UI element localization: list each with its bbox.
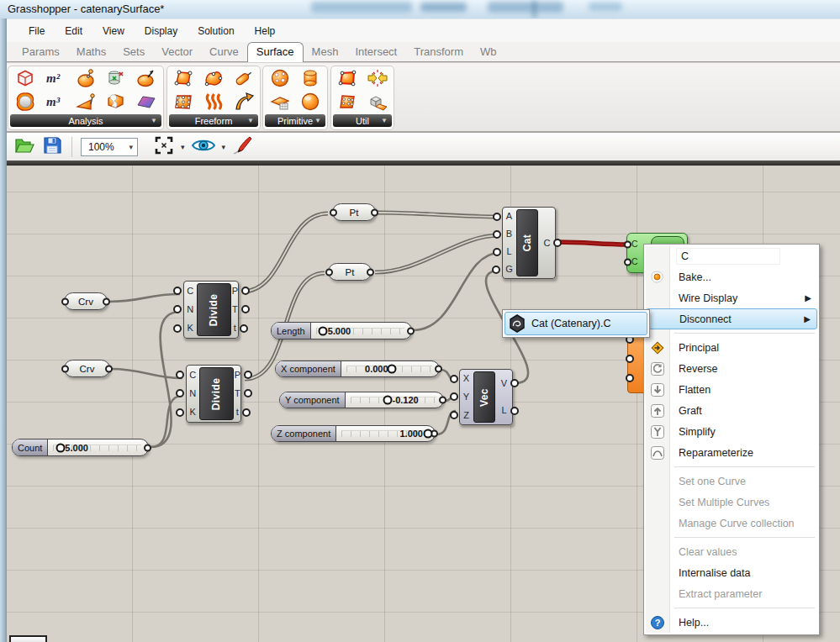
save-file-icon[interactable]: [41, 134, 63, 160]
slider-knob[interactable]: [318, 326, 327, 335]
vector-xyz-component[interactable]: X Y Z Vec V L: [459, 369, 513, 425]
tab-wb[interactable]: Wb: [472, 43, 505, 61]
surface-from-points-icon[interactable]: [168, 90, 198, 113]
menu-item-extract-parameter[interactable]: Extract parameter: [646, 583, 817, 604]
sketch-pen-icon[interactable]: [231, 134, 253, 160]
menu-item-clear-values[interactable]: Clear values: [646, 541, 817, 562]
input-port-C[interactable]: C: [187, 287, 193, 296]
length-slider[interactable]: Length 5.000: [271, 322, 412, 339]
menu-item-internalise-data[interactable]: Internalise data: [646, 562, 817, 583]
cylinder-icon[interactable]: [295, 66, 325, 90]
surface-closest-point-icon[interactable]: [71, 66, 101, 90]
tab-intersect[interactable]: Intersect: [346, 43, 405, 61]
slider-track[interactable]: 5.000: [311, 323, 411, 339]
output-port-T[interactable]: T: [235, 389, 240, 398]
volume-icon[interactable]: m³: [40, 90, 71, 113]
slider-track[interactable]: 5.000: [48, 439, 148, 455]
cat-core[interactable]: Cat: [516, 209, 538, 276]
input-port-X[interactable]: X: [463, 374, 469, 383]
menu-item-flatten[interactable]: Flatten: [646, 379, 817, 400]
input-port-N[interactable]: N: [187, 305, 193, 314]
y-component-slider[interactable]: Y component -0.120: [279, 392, 444, 408]
submenu-item-cat-catenary-c[interactable]: Cat (Catenary).C: [505, 312, 647, 335]
count-slider[interactable]: Count 5.000: [12, 439, 149, 456]
input-port-C[interactable]: C: [189, 371, 196, 380]
menu-edit[interactable]: Edit: [55, 21, 92, 41]
surface-4point-icon[interactable]: [168, 66, 198, 90]
curve-param-2[interactable]: Crv: [64, 360, 110, 377]
box-corners-icon[interactable]: [10, 66, 40, 90]
divide-surface-icon[interactable]: [332, 90, 362, 113]
slider-knob[interactable]: [383, 396, 392, 405]
input-port-G[interactable]: G: [505, 265, 513, 274]
title-bar[interactable]: Grasshopper - catenarySurface*: [0, 0, 840, 18]
divide1-core[interactable]: Divide: [197, 283, 230, 336]
deconstruct-brep-icon[interactable]: [71, 90, 101, 113]
unroll-icon[interactable]: [362, 90, 393, 113]
menu-item-principal[interactable]: Principal: [646, 337, 817, 358]
output-port-T[interactable]: T: [232, 305, 238, 314]
input-port-L[interactable]: L: [506, 247, 511, 256]
menu-item-manage-curve-collection[interactable]: Manage Curve collection: [646, 513, 817, 534]
shape-in-brep-icon[interactable]: [101, 90, 131, 113]
zoom-extents-icon[interactable]: [153, 134, 175, 160]
menu-item-disconnect[interactable]: Disconnect ▶: [646, 308, 817, 329]
plane-surface-icon[interactable]: [265, 90, 295, 113]
input-port-Y[interactable]: Y: [463, 392, 469, 402]
tab-mesh[interactable]: Mesh: [304, 43, 347, 61]
combo-caret-icon[interactable]: ▾: [124, 143, 137, 151]
tab-maths[interactable]: Maths: [68, 43, 114, 61]
menu-item-set-multiple-curves[interactable]: Set Multiple Curves: [646, 492, 817, 513]
zoom-level-combo[interactable]: 100% ▾: [81, 138, 138, 156]
untrim-icon[interactable]: [332, 66, 362, 90]
tab-sets[interactable]: Sets: [114, 43, 153, 61]
edge-surface-icon[interactable]: [198, 66, 229, 90]
output-port-V[interactable]: V: [501, 379, 507, 388]
x-component-slider[interactable]: X component 0.000: [275, 360, 440, 377]
slider-track[interactable]: 1.000: [336, 426, 435, 441]
menu-item-reparameterize[interactable]: Reparameterize: [646, 442, 817, 463]
input-port-K[interactable]: K: [187, 324, 193, 333]
input-port-B[interactable]: B: [506, 229, 512, 239]
output-port-t[interactable]: t: [234, 324, 236, 333]
gradient-surface-icon[interactable]: [131, 90, 161, 113]
curvature-analysis-icon[interactable]: [10, 90, 40, 113]
input-port-K[interactable]: K: [189, 408, 195, 417]
menu-item-set-one-curve[interactable]: Set one Curve: [646, 471, 817, 492]
curve-param-1[interactable]: Crv: [64, 292, 108, 310]
input-port-C[interactable]: C: [631, 239, 638, 249]
catenary-component[interactable]: A B L G Cat C: [502, 207, 556, 279]
output-port-t[interactable]: t: [236, 408, 239, 417]
tab-surface-active[interactable]: Surface: [247, 42, 304, 62]
param-name-field[interactable]: C: [676, 248, 780, 265]
menu-item-graft[interactable]: Graft: [646, 400, 817, 421]
slider-track[interactable]: 0.000: [341, 361, 439, 376]
menu-item-wire-display[interactable]: Wire Display ▶: [646, 287, 817, 308]
divide-component-1[interactable]: C N K Divide P T t: [183, 281, 239, 339]
input-port-A[interactable]: A: [506, 212, 512, 221]
menu-file[interactable]: File: [18, 21, 55, 41]
menu-solution[interactable]: Solution: [188, 21, 244, 41]
sphere-icon[interactable]: [295, 90, 325, 113]
input-port-N[interactable]: N: [189, 389, 196, 398]
divide-component-2[interactable]: C N K Divide P T t: [186, 365, 241, 423]
menu-item-help[interactable]: ? Help...: [646, 612, 817, 633]
group-label-freeform[interactable]: Freeform▼: [169, 114, 258, 127]
menu-display[interactable]: Display: [135, 21, 188, 41]
open-file-icon[interactable]: [13, 134, 35, 160]
slider-knob[interactable]: [55, 443, 65, 452]
preview-dropdown-icon[interactable]: ▾: [222, 143, 226, 151]
point-in-brep-icon[interactable]: [101, 66, 131, 90]
group-label-primitive[interactable]: Primitive▼: [265, 114, 325, 127]
menu-item-simplify[interactable]: Simplify: [646, 421, 817, 442]
menu-item-bake[interactable]: Bake...: [646, 266, 817, 287]
quad-sphere-icon[interactable]: [265, 66, 295, 90]
offset-collide-icon[interactable]: [362, 66, 393, 90]
evaluate-surface-icon[interactable]: [131, 66, 161, 90]
tab-params[interactable]: Params: [13, 43, 68, 61]
input-port-C[interactable]: C: [631, 257, 638, 266]
tab-curve[interactable]: Curve: [201, 43, 247, 61]
input-port-Z[interactable]: Z: [463, 411, 469, 420]
slider-knob[interactable]: [423, 429, 432, 439]
slider-track[interactable]: -0.120: [346, 392, 443, 408]
